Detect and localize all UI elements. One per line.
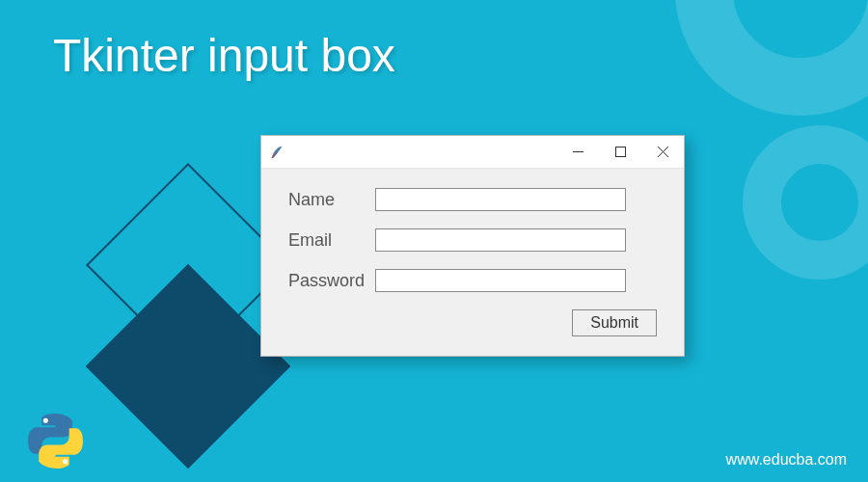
- window-body: Name Email Password Submit: [261, 169, 684, 356]
- tk-feather-icon: [269, 145, 285, 160]
- email-label: Email: [288, 230, 375, 251]
- password-input[interactable]: [375, 269, 626, 292]
- page-title: Tkinter input box: [53, 29, 395, 82]
- footer-url: www.educba.com: [726, 451, 847, 469]
- python-logo-icon: [24, 410, 87, 472]
- maximize-button[interactable]: [599, 137, 641, 168]
- tkinter-window: Name Email Password Submit: [260, 135, 685, 357]
- form-row-name: Name: [288, 188, 657, 211]
- email-input[interactable]: [375, 228, 626, 252]
- submit-button[interactable]: Submit: [572, 309, 657, 336]
- svg-point-4: [43, 418, 48, 423]
- bg-circle-decoration: [743, 125, 868, 280]
- form-row-password: Password: [288, 269, 657, 292]
- svg-rect-1: [615, 147, 625, 157]
- name-label: Name: [288, 190, 375, 210]
- close-button[interactable]: [641, 137, 684, 168]
- svg-point-5: [63, 459, 68, 464]
- password-label: Password: [288, 271, 375, 291]
- name-input[interactable]: [375, 188, 626, 211]
- bg-circle-decoration: [675, 0, 868, 116]
- form-row-email: Email: [288, 228, 657, 252]
- minimize-button[interactable]: [556, 137, 599, 168]
- form-actions: Submit: [288, 309, 657, 336]
- window-titlebar[interactable]: [261, 136, 684, 169]
